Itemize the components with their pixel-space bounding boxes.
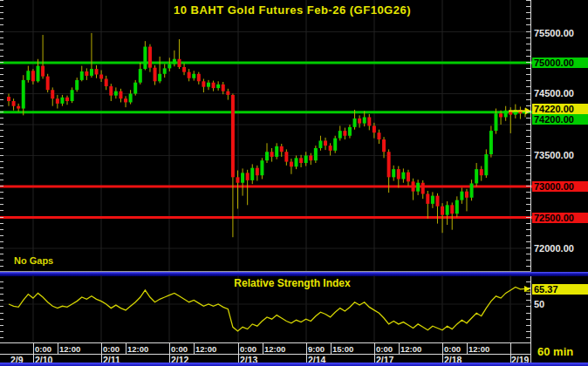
- time-separator: [101, 343, 102, 354]
- price-axis-label: 75000.00: [532, 58, 588, 68]
- time-separator: [374, 343, 375, 354]
- price-axis-label: 73000.00: [532, 181, 588, 192]
- trading-chart-window: 10 BAHT Gold Futures Feb-26 (GF10G26) No…: [0, 0, 588, 366]
- time-separator: [238, 343, 239, 354]
- time-label: 9:00: [308, 344, 325, 354]
- time-label: 0:00: [444, 344, 461, 354]
- price-axis-label: 74220.00: [532, 104, 588, 114]
- time-separator: [33, 343, 34, 354]
- price-axis-label: 74500.00: [534, 88, 574, 98]
- time-label: 0:00: [103, 344, 120, 354]
- price-axis-ticks: [526, 0, 530, 272]
- time-separator: [194, 343, 195, 354]
- time-separator: [169, 343, 170, 354]
- time-label: 12:00: [195, 344, 216, 354]
- time-label: 12:00: [59, 344, 80, 354]
- price-axis-label: 72000.00: [534, 243, 574, 254]
- last-price-arrow-icon: →: [523, 104, 532, 114]
- time-separator: [126, 343, 126, 354]
- rsi-arrow-icon: →: [523, 284, 532, 295]
- time-label: 15:00: [332, 344, 353, 354]
- time-axis-top-border: [0, 342, 531, 343]
- time-separator: [510, 343, 511, 354]
- bottom-scroll-bar[interactable]: [0, 363, 588, 366]
- rsi-mid-label: 50: [534, 299, 544, 309]
- price-axis-label: 73500.00: [534, 150, 574, 160]
- time-separator: [331, 343, 332, 354]
- price-axis-label: 74200.00: [532, 114, 588, 125]
- time-label: 12:00: [400, 344, 421, 354]
- time-label: 0:00: [240, 344, 256, 354]
- rsi-last-value-label: 65.37: [532, 284, 588, 295]
- time-label: 12:00: [264, 344, 285, 354]
- left-axis-ticks: [0, 0, 3, 272]
- time-separator: [467, 343, 468, 354]
- time-separator: [306, 343, 307, 354]
- time-separator: [58, 343, 58, 354]
- time-label: 12:00: [127, 344, 148, 354]
- time-separator: [399, 343, 400, 354]
- time-separator: [263, 343, 263, 354]
- time-label: 0:00: [376, 344, 393, 354]
- price-axis-label: 72500.00: [532, 213, 588, 223]
- candlestick-chart[interactable]: [0, 0, 532, 272]
- rsi-title: Relative Strength Index: [26, 277, 558, 289]
- time-label: 12:00: [468, 344, 489, 354]
- time-label: 0:00: [35, 344, 51, 354]
- price-axis-label: 75500.00: [534, 28, 574, 38]
- no-gaps-label: No Gaps: [14, 255, 53, 266]
- chart-title: 10 BAHT Gold Futures Feb-26 (GF10G26): [26, 3, 558, 17]
- time-label: 0:00: [171, 344, 188, 354]
- time-separator: [442, 343, 443, 354]
- interval-label: 60 min: [537, 345, 573, 358]
